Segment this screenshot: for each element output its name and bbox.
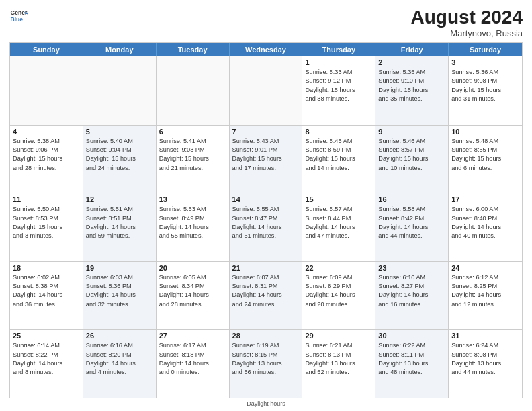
day-number: 18 (13, 264, 80, 272)
calendar-header: SundayMondayTuesdayWednesdayThursdayFrid… (10, 43, 522, 56)
day-info: Sunrise: 6:14 AMSunset: 8:22 PMDaylight:… (13, 341, 80, 377)
location: Martynovo, Russia (411, 28, 523, 38)
generalblue-icon: General Blue (9, 7, 28, 26)
calendar-day-5: 5Sunrise: 5:40 AMSunset: 9:04 PMDaylight… (83, 126, 157, 193)
calendar-day-28: 28Sunrise: 6:19 AMSunset: 8:15 PMDayligh… (230, 330, 303, 398)
calendar-day-7: 7Sunrise: 5:43 AMSunset: 9:01 PMDaylight… (230, 126, 303, 193)
day-info: Sunrise: 6:12 AMSunset: 8:25 PMDaylight:… (451, 273, 519, 309)
calendar-day-1: 1Sunrise: 5:33 AMSunset: 9:12 PMDaylight… (302, 56, 375, 125)
day-number: 12 (86, 195, 153, 203)
day-number: 14 (232, 195, 300, 203)
day-info: Sunrise: 6:02 AMSunset: 8:38 PMDaylight:… (13, 273, 80, 309)
calendar-day-26: 26Sunrise: 6:16 AMSunset: 8:20 PMDayligh… (83, 330, 157, 398)
day-number: 17 (451, 195, 519, 203)
footer-note: Daylight hours (9, 400, 523, 407)
calendar-day-9: 9Sunrise: 5:46 AMSunset: 8:57 PMDaylight… (375, 126, 449, 193)
day-info: Sunrise: 5:38 AMSunset: 9:06 PMDaylight:… (13, 137, 80, 173)
day-info: Sunrise: 6:24 AMSunset: 8:08 PMDaylight:… (451, 341, 519, 377)
calendar-day-24: 24Sunrise: 6:12 AMSunset: 8:25 PMDayligh… (449, 262, 522, 330)
day-number: 27 (159, 332, 226, 340)
day-number: 21 (232, 264, 300, 272)
calendar-day-17: 17Sunrise: 6:00 AMSunset: 8:40 PMDayligh… (449, 193, 522, 261)
day-info: Sunrise: 6:16 AMSunset: 8:20 PMDaylight:… (86, 341, 153, 377)
weekday-header-thursday: Thursday (302, 43, 375, 56)
day-number: 19 (86, 264, 153, 272)
calendar-day-30: 30Sunrise: 6:22 AMSunset: 8:11 PMDayligh… (375, 330, 449, 398)
calendar-body: 1Sunrise: 5:33 AMSunset: 9:12 PMDaylight… (10, 56, 522, 398)
weekday-header-wednesday: Wednesday (230, 43, 303, 56)
day-info: Sunrise: 5:55 AMSunset: 8:47 PMDaylight:… (232, 205, 300, 240)
day-info: Sunrise: 6:03 AMSunset: 8:36 PMDaylight:… (86, 273, 153, 309)
day-info: Sunrise: 5:48 AMSunset: 8:55 PMDaylight:… (451, 137, 519, 173)
day-info: Sunrise: 6:22 AMSunset: 8:11 PMDaylight:… (378, 341, 445, 377)
day-number: 7 (232, 128, 300, 136)
weekday-header-tuesday: Tuesday (157, 43, 230, 56)
day-number: 13 (159, 195, 226, 203)
weekday-header-saturday: Saturday (449, 43, 522, 56)
calendar-day-2: 2Sunrise: 5:35 AMSunset: 9:10 PMDaylight… (375, 56, 449, 125)
calendar-day-3: 3Sunrise: 5:36 AMSunset: 9:08 PMDaylight… (449, 56, 522, 125)
day-number: 2 (378, 58, 445, 66)
day-number: 26 (86, 332, 153, 340)
calendar-empty-cell (10, 56, 83, 125)
day-info: Sunrise: 6:17 AMSunset: 8:18 PMDaylight:… (159, 341, 226, 377)
calendar-day-31: 31Sunrise: 6:24 AMSunset: 8:08 PMDayligh… (449, 330, 522, 398)
day-info: Sunrise: 5:43 AMSunset: 9:01 PMDaylight:… (232, 137, 300, 173)
day-info: Sunrise: 6:21 AMSunset: 8:13 PMDaylight:… (305, 341, 372, 377)
calendar-empty-cell (157, 56, 230, 125)
calendar-empty-cell (230, 56, 303, 125)
calendar-week-1: 1Sunrise: 5:33 AMSunset: 9:12 PMDaylight… (10, 56, 522, 125)
day-number: 29 (305, 332, 372, 340)
day-number: 16 (378, 195, 445, 203)
day-number: 9 (378, 128, 445, 136)
day-number: 15 (305, 195, 372, 203)
calendar-day-27: 27Sunrise: 6:17 AMSunset: 8:18 PMDayligh… (157, 330, 230, 398)
day-number: 5 (86, 128, 153, 136)
page: General Blue August 2024 Martynovo, Russ… (0, 0, 532, 411)
header: General Blue August 2024 Martynovo, Russ… (9, 7, 523, 38)
day-info: Sunrise: 5:33 AMSunset: 9:12 PMDaylight:… (305, 68, 372, 103)
calendar-empty-cell (83, 56, 157, 125)
day-number: 4 (13, 128, 80, 136)
calendar-day-12: 12Sunrise: 5:51 AMSunset: 8:51 PMDayligh… (83, 193, 157, 261)
day-number: 20 (159, 264, 226, 272)
day-number: 31 (451, 332, 519, 340)
calendar-day-22: 22Sunrise: 6:09 AMSunset: 8:29 PMDayligh… (302, 262, 375, 330)
calendar-day-10: 10Sunrise: 5:48 AMSunset: 8:55 PMDayligh… (449, 126, 522, 193)
day-number: 28 (232, 332, 300, 340)
logo: General Blue (9, 7, 28, 26)
calendar-day-23: 23Sunrise: 6:10 AMSunset: 8:27 PMDayligh… (375, 262, 449, 330)
day-number: 8 (305, 128, 372, 136)
day-number: 23 (378, 264, 445, 272)
day-number: 11 (13, 195, 80, 203)
day-number: 30 (378, 332, 445, 340)
calendar-day-25: 25Sunrise: 6:14 AMSunset: 8:22 PMDayligh… (10, 330, 83, 398)
weekday-header-friday: Friday (375, 43, 449, 56)
day-number: 25 (13, 332, 80, 340)
calendar-week-3: 11Sunrise: 5:50 AMSunset: 8:53 PMDayligh… (10, 193, 522, 261)
calendar-day-21: 21Sunrise: 6:07 AMSunset: 8:31 PMDayligh… (230, 262, 303, 330)
calendar-day-4: 4Sunrise: 5:38 AMSunset: 9:06 PMDaylight… (10, 126, 83, 193)
weekday-header-sunday: Sunday (10, 43, 83, 56)
day-info: Sunrise: 5:57 AMSunset: 8:44 PMDaylight:… (305, 205, 372, 240)
day-info: Sunrise: 6:10 AMSunset: 8:27 PMDaylight:… (378, 273, 445, 309)
calendar-day-6: 6Sunrise: 5:41 AMSunset: 9:03 PMDaylight… (157, 126, 230, 193)
calendar-week-4: 18Sunrise: 6:02 AMSunset: 8:38 PMDayligh… (10, 261, 522, 330)
day-info: Sunrise: 6:09 AMSunset: 8:29 PMDaylight:… (305, 273, 372, 309)
calendar-week-2: 4Sunrise: 5:38 AMSunset: 9:06 PMDaylight… (10, 125, 522, 193)
calendar: SundayMondayTuesdayWednesdayThursdayFrid… (9, 42, 523, 398)
day-info: Sunrise: 6:00 AMSunset: 8:40 PMDaylight:… (451, 205, 519, 240)
day-info: Sunrise: 5:36 AMSunset: 9:08 PMDaylight:… (451, 68, 519, 103)
calendar-day-11: 11Sunrise: 5:50 AMSunset: 8:53 PMDayligh… (10, 193, 83, 261)
calendar-day-8: 8Sunrise: 5:45 AMSunset: 8:59 PMDaylight… (302, 126, 375, 193)
calendar-day-29: 29Sunrise: 6:21 AMSunset: 8:13 PMDayligh… (302, 330, 375, 398)
day-info: Sunrise: 5:45 AMSunset: 8:59 PMDaylight:… (305, 137, 372, 173)
day-number: 24 (451, 264, 519, 272)
calendar-day-20: 20Sunrise: 6:05 AMSunset: 8:34 PMDayligh… (157, 262, 230, 330)
day-number: 22 (305, 264, 372, 272)
title-block: August 2024 Martynovo, Russia (411, 7, 523, 38)
day-info: Sunrise: 6:19 AMSunset: 8:15 PMDaylight:… (232, 341, 300, 377)
day-number: 3 (451, 58, 519, 66)
day-number: 1 (305, 58, 372, 66)
day-info: Sunrise: 5:35 AMSunset: 9:10 PMDaylight:… (378, 68, 445, 103)
